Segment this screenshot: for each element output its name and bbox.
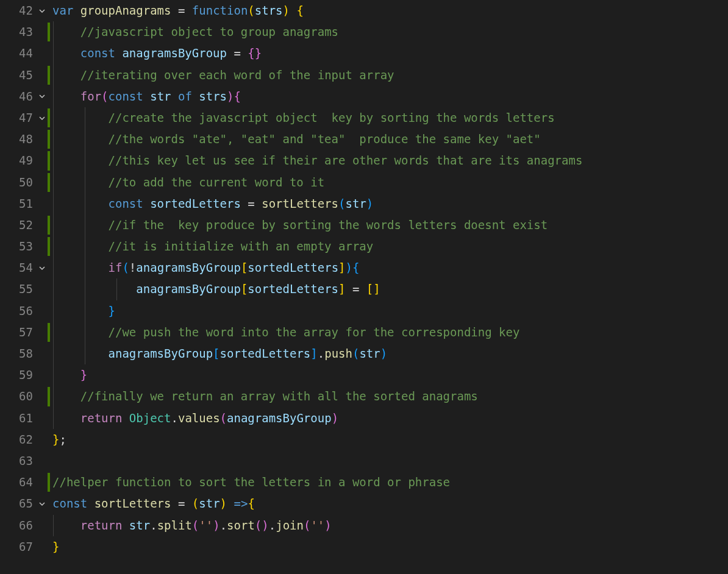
token: //create the javascript object key by so… (109, 111, 555, 124)
fold-toggle[interactable] (37, 115, 48, 122)
fold-toggle[interactable] (37, 264, 48, 272)
line-number: 49 (18, 150, 37, 171)
indent-guide (85, 107, 85, 129)
code-line[interactable]: //create the javascript object key by so… (52, 107, 728, 129)
token: [ (241, 282, 248, 296)
token: anagramsByGroup (227, 411, 332, 425)
code-line[interactable]: //to add the current word to it (52, 172, 728, 193)
token: } (52, 540, 59, 553)
code-line[interactable]: //we push the word into the array for th… (52, 322, 728, 343)
indent-guide (85, 278, 85, 300)
fold-toggle[interactable] (37, 7, 48, 15)
code-line[interactable]: const sortedLetters = sortLetters(str) (52, 193, 728, 214)
token (52, 389, 80, 403)
code-line[interactable]: } (52, 364, 728, 386)
gutter-row: 45 (0, 65, 48, 86)
token: => (234, 497, 248, 510)
fold-toggle[interactable] (37, 93, 48, 100)
code-line[interactable]: return str.split('').sort().join('') (52, 515, 728, 536)
code-line[interactable]: } (52, 300, 728, 322)
token: //if the key produce by sorting the word… (109, 218, 548, 232)
code-line[interactable]: anagramsByGroup[sortedLetters].push(str) (52, 343, 728, 364)
token: return (80, 519, 129, 532)
gutter-row: 43 (0, 21, 48, 43)
indent-guide (53, 65, 54, 86)
token: ; (59, 433, 66, 446)
indent-guide (85, 257, 85, 278)
code-line[interactable]: //if the key produce by sorting the word… (52, 214, 728, 236)
code-line[interactable]: if(!anagramsByGroup[sortedLetters]){ (52, 257, 728, 278)
line-number: 64 (18, 472, 37, 493)
token (52, 197, 109, 210)
gutter-row: 54 (0, 257, 48, 278)
modified-indicator (48, 66, 50, 85)
code-line[interactable]: //javascript object to group anagrams (52, 21, 728, 43)
code-line[interactable]: for(const str of strs){ (52, 86, 728, 107)
token: groupAnagrams (80, 4, 171, 17)
token: } (80, 368, 87, 381)
gutter-row: 59 (0, 364, 48, 386)
code-line[interactable] (52, 450, 728, 472)
indent-guide (53, 107, 54, 129)
line-content: var groupAnagrams = function(strs) { (52, 0, 304, 21)
line-number: 58 (18, 343, 37, 364)
gutter-row: 67 (0, 536, 48, 558)
token: ) (332, 411, 338, 425)
line-number: 61 (18, 408, 37, 429)
line-content: const anagramsByGroup = {} (52, 43, 262, 64)
indent-guide (53, 300, 54, 322)
code-line[interactable]: const anagramsByGroup = {} (52, 43, 728, 64)
modified-indicator (48, 323, 50, 342)
indent-guide (53, 322, 54, 343)
modified-indicator (48, 387, 50, 406)
line-content: }; (52, 429, 66, 450)
token (52, 261, 109, 274)
token: sortedLetters (150, 197, 241, 210)
token: {} (248, 46, 262, 60)
line-content: //we push the word into the array for th… (52, 322, 519, 343)
token: sortLetters (262, 197, 338, 210)
line-content: //javascript object to group anagrams (52, 21, 338, 43)
code-line[interactable]: //finally we return an array with all th… (52, 386, 728, 407)
token: //finally we return an array with all th… (80, 389, 478, 403)
code-line[interactable]: //helper function to sort the letters in… (52, 472, 728, 493)
token: ( (220, 411, 227, 425)
token: ( (304, 519, 310, 532)
token: . (318, 347, 324, 360)
code-area[interactable]: var groupAnagrams = function(strs) { //j… (48, 0, 728, 574)
token: ( (101, 90, 108, 103)
indent-guide (53, 515, 54, 536)
token: values (178, 411, 220, 425)
token (52, 347, 109, 360)
token: = (241, 197, 262, 210)
token: = (171, 4, 191, 17)
indent-guide (53, 364, 54, 386)
line-number: 50 (18, 172, 37, 193)
token: for (80, 90, 101, 103)
code-line[interactable]: //iterating over each word of the input … (52, 65, 728, 86)
code-line[interactable]: //the words "ate", "eat" and "tea" produ… (52, 129, 728, 150)
code-line[interactable]: var groupAnagrams = function(strs) { (52, 0, 728, 21)
token: strs (255, 4, 283, 17)
token: anagramsByGroup (136, 282, 241, 296)
code-line[interactable]: const sortLetters = (str) =>{ (52, 493, 728, 514)
code-line[interactable]: //it is initialize with an empty array (52, 236, 728, 257)
line-number: 55 (18, 278, 37, 300)
token: = (227, 46, 248, 60)
code-editor[interactable]: 4243444546474849505152535455565758596061… (0, 0, 728, 574)
code-line[interactable]: //this key let us see if their are other… (52, 150, 728, 171)
fold-toggle[interactable] (37, 500, 48, 508)
token (52, 325, 109, 339)
code-line[interactable]: } (52, 536, 728, 558)
code-line[interactable]: }; (52, 429, 728, 450)
token: anagramsByGroup (136, 261, 241, 274)
token: //helper function to sort the letters in… (52, 475, 450, 489)
token: ] (310, 347, 317, 360)
token: ] (338, 282, 345, 296)
token: '' (199, 519, 213, 532)
token: . (171, 411, 177, 425)
token: ( (352, 347, 359, 360)
token (52, 368, 80, 381)
code-line[interactable]: return Object.values(anagramsByGroup) (52, 408, 728, 429)
code-line[interactable]: anagramsByGroup[sortedLetters] = [] (52, 278, 728, 300)
